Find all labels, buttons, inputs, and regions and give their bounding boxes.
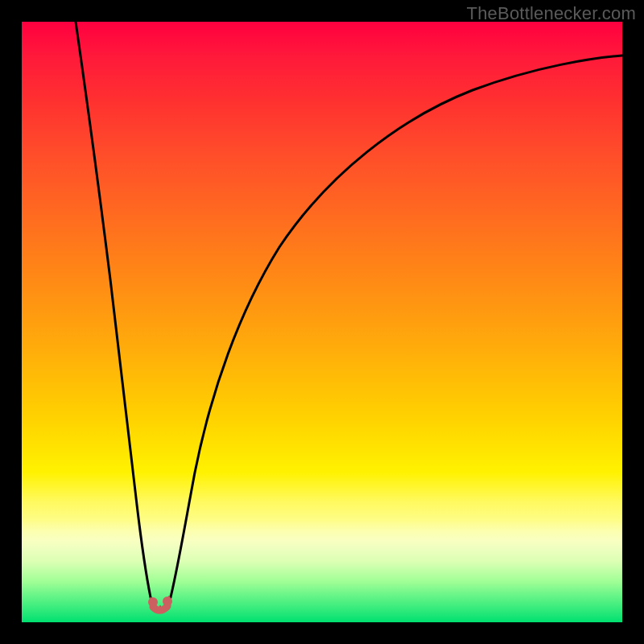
plot-area (22, 22, 622, 622)
bottleneck-curve-svg (22, 22, 622, 622)
minimum-connector (153, 606, 167, 610)
bottleneck-curve-right (168, 56, 622, 606)
watermark-text: TheBottlenecker.com (467, 3, 636, 24)
bottleneck-curve-left (76, 22, 153, 606)
curve-group (76, 22, 622, 613)
